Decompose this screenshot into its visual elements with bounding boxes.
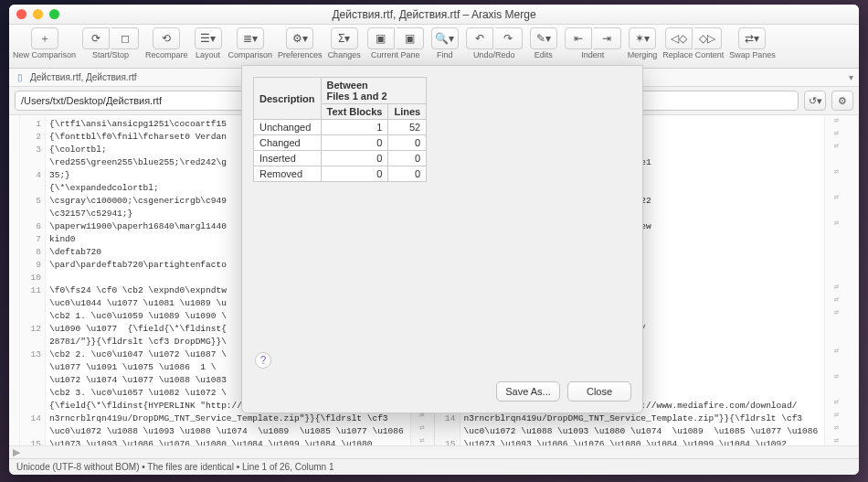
left-change-gutter bbox=[9, 115, 20, 445]
edits-label: Edits bbox=[535, 50, 553, 59]
left-line-gutter: 1 2 3 4 5 6 7 8 9 10 11 12 13 14 15 16 bbox=[20, 115, 46, 445]
cell-label: Unchanged bbox=[254, 120, 322, 135]
pane-left-icon: ▣ bbox=[367, 27, 395, 49]
row-removed: Removed 0 0 bbox=[254, 166, 427, 182]
recompare-button[interactable]: ⟲ Recompare bbox=[145, 27, 188, 59]
cell-label: Inserted bbox=[254, 151, 322, 166]
window-controls bbox=[16, 9, 59, 19]
window-title: Действия.rtf, Действия.rtf – Araxis Merg… bbox=[9, 8, 859, 21]
cell-label: Changed bbox=[254, 135, 322, 151]
merging-button[interactable]: ✶▾ Merging bbox=[628, 27, 658, 59]
tab-chevron-icon[interactable]: ▾ bbox=[849, 72, 853, 82]
indent-label: Indent bbox=[581, 50, 604, 59]
document-tab-label[interactable]: Действия.rtf, Действия.rtf bbox=[30, 72, 137, 82]
redo-icon: ↷ bbox=[495, 27, 523, 49]
right-link-column: ⇄⇄⇄⇄⇄ ⇄⇄ ⇄⇄⇄⇄ ⇄⇄⇄⇄⇄⇄ bbox=[824, 115, 848, 445]
titlebar: Действия.rtf, Действия.rtf – Araxis Merg… bbox=[9, 5, 859, 25]
changes-icon: Σ▾ bbox=[331, 27, 358, 49]
row-inserted: Inserted 0 0 bbox=[254, 151, 427, 166]
refresh-icon: ⟳ bbox=[82, 27, 110, 49]
layout-icon: ☰▾ bbox=[195, 27, 222, 49]
th-between: BetweenFiles 1 and 2 bbox=[321, 78, 427, 104]
recompare-label: Recompare bbox=[145, 50, 188, 59]
layout-label: Layout bbox=[196, 50, 220, 59]
cell-blocks: 0 bbox=[321, 151, 388, 166]
replace-content-label: Replace Content bbox=[662, 50, 724, 59]
swap-panes-label: Swap Panes bbox=[729, 50, 776, 59]
horizontal-scrollbar[interactable]: ▶ bbox=[9, 445, 859, 458]
gear-icon: ⚙▾ bbox=[286, 27, 313, 49]
cell-blocks: 0 bbox=[321, 166, 388, 182]
comparison-button[interactable]: ≣▾ Comparison bbox=[228, 27, 273, 59]
close-window-icon[interactable] bbox=[16, 9, 26, 19]
cell-lines: 0 bbox=[388, 166, 427, 182]
preferences-button[interactable]: ⚙▾ Preferences bbox=[278, 27, 323, 59]
statistics-table: Description BetweenFiles 1 and 2 Text Bl… bbox=[253, 77, 427, 182]
layout-button[interactable]: ☰▾ Layout bbox=[194, 27, 223, 59]
th-description: Description bbox=[254, 78, 322, 120]
current-pane-button[interactable]: ▣ ▣ Current Pane bbox=[366, 27, 425, 59]
status-text: Unicode (UTF-8 without BOM) • The files … bbox=[16, 462, 334, 472]
find-label: Find bbox=[437, 50, 453, 59]
toolbar: ＋ New Comparison ⟳ ◻ Start/Stop ⟲ Recomp… bbox=[9, 25, 859, 69]
swap-panes-button[interactable]: ⇄▾ Swap Panes bbox=[729, 27, 776, 59]
cell-lines: 0 bbox=[388, 135, 427, 151]
new-comparison-button[interactable]: ＋ New Comparison bbox=[13, 27, 76, 59]
left-history-button[interactable]: ↺▾ bbox=[804, 91, 826, 111]
merging-label: Merging bbox=[628, 50, 658, 59]
swap-icon: ⇄▾ bbox=[738, 27, 766, 49]
undo-redo-label: Undo/Redo bbox=[473, 50, 515, 59]
cell-label: Removed bbox=[254, 166, 322, 182]
cell-lines: 0 bbox=[388, 151, 427, 166]
new-comparison-label: New Comparison bbox=[13, 50, 76, 59]
replace-content-button[interactable]: ◁◇ ◇▷ Replace Content bbox=[662, 27, 724, 59]
undo-redo-button[interactable]: ↶ ↷ Undo/Redo bbox=[465, 27, 524, 59]
pane-right-icon: ▣ bbox=[397, 27, 424, 49]
changes-button[interactable]: Σ▾ Changes bbox=[328, 27, 361, 59]
stop-icon: ◻ bbox=[111, 27, 139, 49]
app-window: Действия.rtf, Действия.rtf – Araxis Merg… bbox=[9, 5, 859, 475]
edits-icon: ✎▾ bbox=[530, 27, 557, 49]
undo-icon: ↶ bbox=[466, 27, 493, 49]
replace-right-icon: ◇▷ bbox=[694, 27, 722, 49]
preferences-label: Preferences bbox=[278, 50, 323, 59]
start-stop-button[interactable]: ⟳ ◻ Start/Stop bbox=[81, 27, 140, 59]
close-button[interactable]: Close bbox=[567, 381, 631, 402]
cell-blocks: 0 bbox=[321, 135, 388, 151]
document-icon: ▯ bbox=[15, 72, 26, 83]
statistics-sheet: Description BetweenFiles 1 and 2 Text Bl… bbox=[241, 65, 643, 413]
left-options-button[interactable]: ⚙ bbox=[831, 91, 853, 111]
find-button[interactable]: 🔍▾ Find bbox=[430, 27, 460, 59]
edits-button[interactable]: ✎▾ Edits bbox=[529, 27, 558, 59]
row-unchanged: Unchanged 1 52 bbox=[254, 120, 427, 135]
current-pane-label: Current Pane bbox=[371, 50, 420, 59]
th-text-blocks: Text Blocks bbox=[321, 104, 388, 120]
merge-icon: ✶▾ bbox=[629, 27, 656, 49]
indent-icon: ⇥ bbox=[594, 27, 621, 49]
comparison-label: Comparison bbox=[228, 50, 273, 59]
recompare-icon: ⟲ bbox=[153, 27, 180, 49]
cell-blocks: 1 bbox=[321, 120, 388, 135]
right-change-gutter bbox=[848, 115, 859, 445]
indent-button[interactable]: ⇤ ⇥ Indent bbox=[564, 27, 622, 59]
changes-label: Changes bbox=[328, 50, 361, 59]
start-stop-label: Start/Stop bbox=[92, 50, 129, 59]
row-changed: Changed 0 0 bbox=[254, 135, 427, 151]
save-as-button[interactable]: Save As... bbox=[496, 381, 560, 402]
compare-icon: ≣▾ bbox=[237, 27, 264, 49]
minimize-window-icon[interactable] bbox=[33, 9, 43, 19]
zoom-window-icon[interactable] bbox=[49, 9, 59, 19]
th-lines: Lines bbox=[388, 104, 427, 120]
search-icon: 🔍▾ bbox=[431, 27, 459, 49]
replace-left-icon: ◁◇ bbox=[665, 27, 693, 49]
status-bar: Unicode (UTF-8 without BOM) • The files … bbox=[9, 458, 859, 475]
help-icon[interactable]: ? bbox=[255, 352, 271, 369]
cell-lines: 52 bbox=[388, 120, 427, 135]
plus-icon: ＋ bbox=[31, 27, 58, 49]
outdent-icon: ⇤ bbox=[565, 27, 592, 49]
